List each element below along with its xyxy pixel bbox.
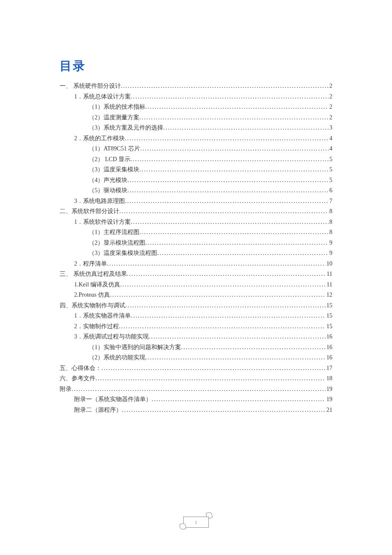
page-footer: 1	[180, 514, 212, 529]
toc-leader-dots	[140, 144, 329, 154]
toc-entry[interactable]: 2．系统的工作模块4	[60, 133, 332, 144]
toc-leader-dots	[139, 113, 329, 123]
scroll-curl-icon	[179, 523, 186, 530]
toc-leader-dots	[95, 373, 326, 384]
toc-leader-dots	[139, 165, 329, 175]
toc-entry[interactable]: 附录19	[60, 384, 332, 395]
document-page: 目录 一、 系统硬件部分设计21．系统总体设计方案2（1）系统的技术指标2（2）…	[0, 0, 392, 415]
toc-entry-text: 附录	[60, 384, 72, 395]
toc-entry-page: 10	[326, 259, 332, 269]
toc-entry[interactable]: （1）系统的技术指标2	[60, 102, 332, 113]
toc-entry-page: 16	[326, 342, 332, 353]
toc-leader-dots	[101, 363, 326, 374]
toc-entry-text: （1）系统的技术指标	[89, 102, 145, 113]
toc-entry[interactable]: 2．程序清单10	[60, 259, 332, 269]
toc-entry[interactable]: （3）温度采集模块5	[60, 165, 332, 175]
toc-entry-page: 15	[326, 311, 332, 321]
toc-entry-text: 3．系统调试过程与功能实现	[74, 332, 149, 342]
toc-entry[interactable]: 一、 系统硬件部分设计2	[60, 81, 332, 92]
toc-entry-page: 12	[326, 290, 332, 301]
toc-entry[interactable]: 三、 系统仿真过程及结果11	[60, 269, 332, 280]
toc-entry[interactable]: （2）显示模块流程图9	[60, 238, 332, 249]
toc-entry-text: 2.Proteus 仿真	[74, 290, 110, 301]
toc-entry-page: 15	[326, 321, 332, 332]
toc-entry-page: 19	[326, 384, 332, 395]
toc-entry[interactable]: （4）声光模块5	[60, 175, 332, 186]
toc-entry-text: 2．系统的工作模块	[74, 133, 125, 144]
toc-entry-page: 8	[329, 227, 332, 238]
toc-entry[interactable]: （1）实验中遇到的问题和解决方案16	[60, 342, 332, 353]
toc-leader-dots	[110, 290, 326, 301]
toc-entry-text: 五、心得体会：	[60, 363, 101, 374]
toc-entry[interactable]: （2） LCD 显示5	[60, 154, 332, 165]
toc-entry-page: 6	[329, 185, 332, 196]
toc-entry-text: 1．系统总体设计方案	[74, 92, 131, 102]
toc-entry[interactable]: （3）系统方案及元件的选择3	[60, 123, 332, 133]
toc-entry-page: 7	[329, 196, 332, 207]
toc-entry[interactable]: （1）主程序流程图8	[60, 227, 332, 238]
toc-entry[interactable]: （2）系统的功能实现16	[60, 353, 332, 363]
toc-entry-page: 4	[329, 133, 332, 144]
toc-leader-dots	[145, 353, 326, 363]
toc-entry-page: 2	[329, 81, 332, 92]
toc-entry-page: 18	[326, 373, 332, 384]
toc-leader-dots	[139, 227, 329, 238]
toc-leader-dots	[145, 238, 329, 249]
toc-entry-page: 11	[326, 269, 332, 280]
toc-leader-dots	[131, 311, 326, 321]
toc-entry-text: 附录一（系统实物器件清单）	[74, 394, 152, 405]
toc-entry-page: 8	[329, 206, 332, 217]
toc-entry[interactable]: （5）驱动模块6	[60, 185, 332, 196]
toc-entry[interactable]: 3．系统调试过程与功能实现16	[60, 332, 332, 342]
toc-entry[interactable]: 1．系统总体设计方案2	[60, 92, 332, 102]
toc-entry-page: 17	[326, 363, 332, 374]
toc-entry-page: 15	[326, 301, 332, 311]
toc-entry-text: 四、系统实物制作与调试	[60, 301, 125, 311]
toc-entry-text: （2）显示模块流程图	[89, 238, 145, 249]
toc-entry-page: 2	[329, 113, 332, 123]
toc-leader-dots	[122, 405, 326, 416]
toc-entry[interactable]: 2．实物制作过程15	[60, 321, 332, 332]
toc-entry-page: 5	[329, 165, 332, 175]
toc-entry-page: 8	[329, 217, 332, 228]
toc-entry-text: 六、参考文件	[60, 373, 95, 384]
toc-leader-dots	[107, 259, 326, 269]
toc-entry[interactable]: 1．系统软件设计方案8	[60, 217, 332, 228]
toc-title: 目录	[60, 58, 332, 74]
toc-entry-text: 二、系统软件部分设计	[60, 206, 119, 217]
toc-entry[interactable]: 1.Keil 编译及仿真11	[60, 280, 332, 290]
toc-entry-page: 5	[329, 154, 332, 165]
toc-leader-dots	[181, 342, 326, 353]
toc-entry-page: 4	[329, 144, 332, 154]
toc-entry[interactable]: 五、心得体会：17	[60, 363, 332, 374]
toc-leader-dots	[127, 269, 326, 280]
toc-entry-text: （2） LCD 显示	[89, 154, 130, 165]
toc-entry[interactable]: 二、系统软件部分设计8	[60, 206, 332, 217]
toc-entry[interactable]: 2.Proteus 仿真12	[60, 290, 332, 301]
toc-entry[interactable]: （2）温度测量方案2	[60, 113, 332, 123]
toc-leader-dots	[127, 175, 329, 186]
toc-entry[interactable]: （1）AT89C51 芯片4	[60, 144, 332, 154]
toc-leader-dots	[121, 81, 329, 92]
toc-leader-dots	[119, 206, 329, 217]
toc-entry[interactable]: （3）温度采集模块流程图9	[60, 248, 332, 259]
toc-leader-dots	[125, 301, 326, 311]
toc-leader-dots	[125, 133, 329, 144]
toc-entry-text: （4）声光模块	[89, 175, 127, 186]
toc-entry[interactable]: 附录一（系统实物器件清单）19	[60, 394, 332, 405]
toc-entry[interactable]: 3．系统电路原理图7	[60, 196, 332, 207]
toc-leader-dots	[125, 196, 329, 207]
toc-entry[interactable]: 四、系统实物制作与调试15	[60, 301, 332, 311]
toc-leader-dots	[131, 217, 329, 228]
toc-entry-text: （2）温度测量方案	[89, 113, 139, 123]
toc-entry-text: 三、 系统仿真过程及结果	[60, 269, 127, 280]
toc-entry-page: 9	[329, 248, 332, 259]
toc-entry-text: 附录二（源程序）	[74, 405, 122, 416]
toc-entry-page: 2	[329, 102, 332, 113]
toc-entry-text: （5）驱动模块	[89, 185, 127, 196]
toc-entry[interactable]: 附录二（源程序）21	[60, 405, 332, 416]
toc-leader-dots	[72, 384, 326, 395]
toc-entry-text: 1．系统实物器件清单	[74, 311, 131, 321]
toc-entry[interactable]: 1．系统实物器件清单15	[60, 311, 332, 321]
toc-entry[interactable]: 六、参考文件18	[60, 373, 332, 384]
